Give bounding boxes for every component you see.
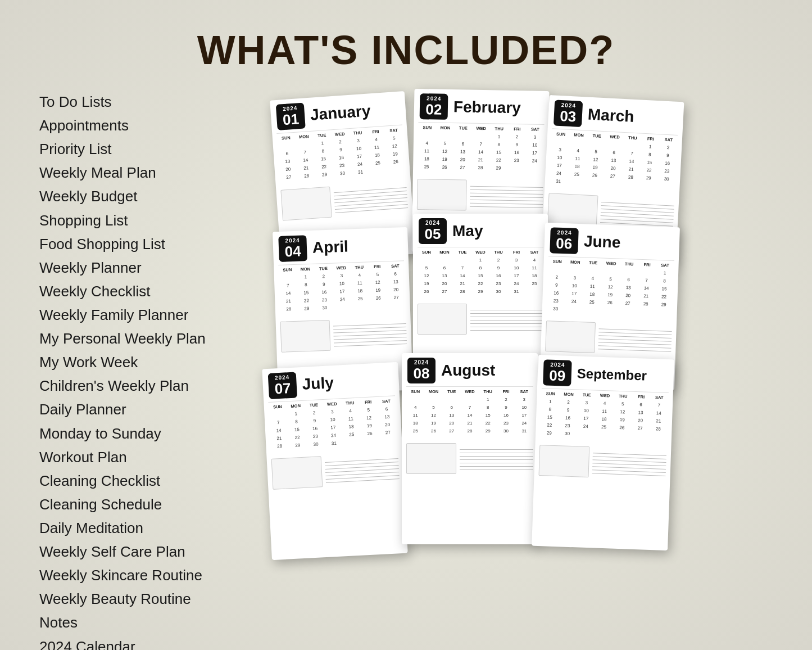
cal-cell: 29 bbox=[298, 304, 316, 312]
cal-cell: 25 bbox=[568, 170, 586, 178]
cal-cell: 20 bbox=[604, 164, 623, 173]
cal-line bbox=[599, 335, 672, 338]
cal-month-name: June bbox=[583, 232, 620, 251]
cal-cell: 16 bbox=[559, 414, 577, 422]
cal-line bbox=[460, 463, 533, 463]
cal-cell bbox=[387, 301, 405, 309]
cal-cell bbox=[595, 431, 613, 439]
cal-cell: 13 bbox=[632, 408, 650, 416]
cal-header: 202402February bbox=[414, 89, 550, 124]
list-item: Priority List bbox=[39, 137, 247, 161]
cal-cell bbox=[525, 288, 543, 295]
cal-cell: 31 bbox=[549, 177, 568, 186]
cal-cell: 30 bbox=[497, 427, 515, 435]
cal-header: 202409September bbox=[537, 355, 674, 392]
cal-row: 11121314151617 bbox=[406, 412, 533, 419]
cal-cell: 9 bbox=[497, 404, 515, 411]
cal-cell bbox=[569, 139, 588, 147]
cal-cell: 21 bbox=[650, 417, 668, 425]
cal-cell: 17 bbox=[333, 287, 351, 295]
cal-cell: 3 bbox=[333, 272, 351, 279]
cal-line bbox=[334, 330, 407, 333]
cal-cell bbox=[630, 432, 649, 440]
cal-cell: 8 bbox=[297, 281, 315, 288]
cal-cell: 26 bbox=[418, 288, 436, 295]
content-area: To Do ListsAppointmentsPriority ListWeek… bbox=[0, 90, 812, 650]
day-label: THU bbox=[350, 264, 368, 270]
cal-cell: 18 bbox=[568, 162, 587, 170]
list-item: Appointments bbox=[39, 114, 247, 137]
cal-cell: 22 bbox=[489, 156, 507, 164]
cal-grid: SUNMONTUEWEDTHUFRISAT 123456789101112131… bbox=[402, 387, 538, 437]
day-label: THU bbox=[341, 400, 360, 406]
cal-notes-box bbox=[545, 321, 596, 353]
cal-cell: 18 bbox=[418, 155, 436, 163]
cal-cell: 25 bbox=[595, 423, 613, 431]
cal-cell: 22 bbox=[471, 280, 489, 287]
cal-cell: 16 bbox=[547, 289, 565, 297]
day-label: SUN bbox=[552, 131, 570, 137]
cal-cell: 12 bbox=[587, 155, 605, 164]
cal-cell bbox=[436, 256, 453, 264]
cal-cell: 7 bbox=[461, 404, 479, 411]
cal-cell: 8 bbox=[641, 150, 659, 159]
cal-cell: 20 bbox=[387, 286, 405, 294]
day-label: THU bbox=[620, 261, 638, 267]
cal-cell: 12 bbox=[601, 283, 619, 291]
cal-month-name: April bbox=[312, 237, 348, 256]
day-label: MON bbox=[570, 132, 588, 138]
cal-line bbox=[470, 189, 543, 191]
cal-cell: 11 bbox=[569, 154, 587, 162]
cal-cell bbox=[525, 165, 543, 173]
cal-cell: 2 bbox=[508, 133, 526, 141]
day-label: WED bbox=[471, 250, 489, 255]
cal-cell: 9 bbox=[489, 264, 507, 272]
cal-month-num: 07 bbox=[274, 380, 291, 397]
cal-cell: 28 bbox=[637, 300, 655, 308]
cal-line bbox=[470, 186, 543, 187]
list-item: Food Shopping List bbox=[39, 232, 247, 256]
cal-cell bbox=[406, 396, 424, 403]
cal-line bbox=[334, 187, 406, 193]
cal-badge: 202403 bbox=[554, 100, 583, 127]
cal-cell: 22 bbox=[315, 162, 333, 171]
list-item: Weekly Self Care Plan bbox=[39, 540, 247, 563]
cal-row: 45678910 bbox=[406, 404, 533, 411]
cal-cell: 8 bbox=[479, 404, 497, 411]
cal-line bbox=[460, 459, 533, 460]
day-label: SAT bbox=[660, 137, 678, 143]
day-label: WED bbox=[472, 125, 490, 131]
list-item: My Work Week bbox=[39, 350, 247, 374]
cal-cell bbox=[352, 303, 370, 310]
cal-cell: 23 bbox=[489, 280, 507, 287]
list-item: Workout Plan bbox=[39, 445, 247, 469]
cal-cell: 12 bbox=[418, 272, 436, 279]
day-label: FRI bbox=[638, 261, 656, 267]
cal-cell: 11 bbox=[525, 264, 543, 272]
cal-notes-box bbox=[547, 193, 598, 227]
cal-cell bbox=[583, 306, 601, 314]
cal-cell bbox=[334, 303, 352, 311]
cal-cell: 28 bbox=[297, 171, 316, 180]
cal-cell: 18 bbox=[406, 419, 424, 427]
cal-notes-box bbox=[280, 319, 331, 352]
cal-footer bbox=[541, 317, 677, 360]
cal-grid: SUNMONTUEWEDTHUFRISAT 123456789101112131… bbox=[542, 256, 678, 319]
cal-line bbox=[470, 317, 543, 317]
cal-notes-box bbox=[418, 304, 467, 335]
cal-line bbox=[334, 340, 407, 344]
cal-cell: 16 bbox=[315, 288, 333, 296]
cal-cell: 11 bbox=[351, 279, 369, 287]
cal-cell: 8 bbox=[490, 141, 508, 148]
day-label: THU bbox=[624, 135, 642, 141]
day-label: SAT bbox=[526, 127, 544, 132]
day-label: MON bbox=[295, 133, 314, 139]
cal-cell bbox=[277, 141, 296, 150]
cal-cell: 17 bbox=[565, 290, 583, 297]
cal-line bbox=[470, 192, 543, 194]
cal-cell: 29 bbox=[479, 427, 497, 435]
day-label: TUE bbox=[314, 265, 332, 271]
cal-cell: 5 bbox=[369, 270, 387, 278]
cal-cell bbox=[443, 396, 461, 403]
cal-cell: 15 bbox=[297, 288, 315, 296]
